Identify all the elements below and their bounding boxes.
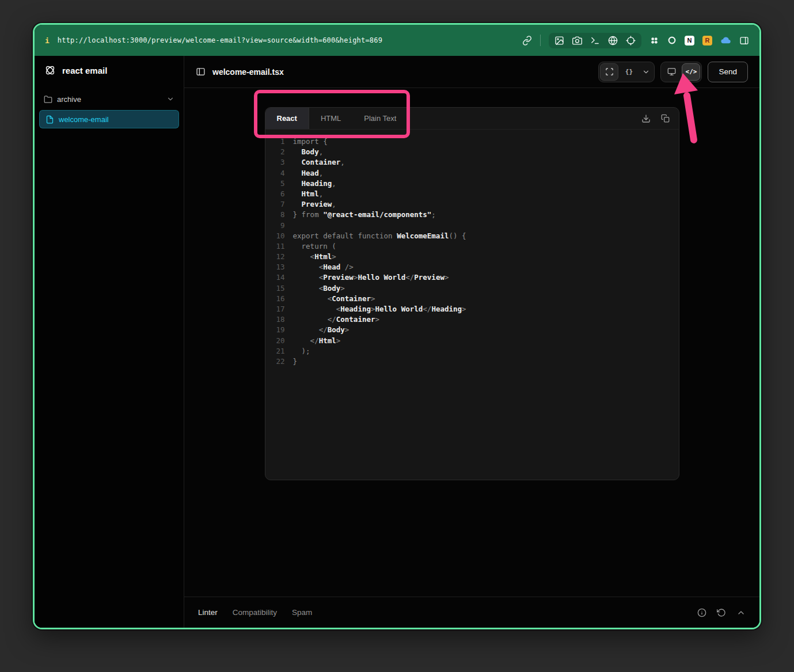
- info-icon[interactable]: [697, 608, 706, 617]
- code-line: 19 </Body>: [265, 325, 679, 335]
- tab-html[interactable]: HTML: [309, 108, 352, 129]
- crosshair-icon[interactable]: [626, 36, 636, 45]
- file-icon: [45, 115, 54, 124]
- code-line: 18 </Container>: [265, 314, 679, 325]
- main-header: welcome-email.tsx {}: [184, 56, 759, 88]
- footer-tab-compatibility[interactable]: Compatibility: [233, 608, 277, 617]
- code-line: 2 Body,: [265, 147, 679, 157]
- line-number: 13: [265, 262, 285, 272]
- panel-right-icon[interactable]: [739, 36, 749, 45]
- line-number: 7: [265, 199, 285, 210]
- code-line: 15 <Body>: [265, 283, 679, 294]
- code-line: 10export default function WelcomeEmail()…: [265, 231, 679, 241]
- url-text[interactable]: http://localhost:3000/preview/welcome-em…: [58, 36, 382, 44]
- desktop: i http://localhost:3000/preview/welcome-…: [0, 0, 794, 672]
- sidebar-nav: archive welcome-email: [35, 85, 184, 128]
- code-line: 14 <Preview>Hello World</Preview>: [265, 272, 679, 283]
- toolbar-divider: [540, 35, 541, 46]
- footer-tab-linter[interactable]: Linter: [198, 608, 218, 617]
- preview-mode-group: </>: [660, 62, 702, 82]
- code-icon: </>: [686, 68, 697, 75]
- code-line: 22}: [265, 356, 679, 367]
- view-options-group: {}: [598, 62, 655, 82]
- line-number: 16: [265, 294, 285, 304]
- line-number: 1: [265, 136, 285, 147]
- sidebar-item-welcome-email[interactable]: welcome-email: [39, 110, 179, 128]
- line-number: 14: [265, 272, 285, 283]
- sidebar-item-label: welcome-email: [59, 115, 109, 124]
- header-controls: {} </>: [598, 62, 748, 82]
- browser-toolbar-icons: N R: [522, 33, 749, 48]
- globe-icon[interactable]: [608, 36, 618, 45]
- code-line: 21 );: [265, 346, 679, 356]
- chevron-up-icon[interactable]: [736, 608, 746, 617]
- tab-plain-text[interactable]: Plain Text: [352, 108, 408, 129]
- image-icon[interactable]: [554, 36, 564, 45]
- cloud-icon[interactable]: [720, 35, 731, 46]
- folder-icon: [44, 95, 52, 104]
- code-line: 20 </Html>: [265, 336, 679, 346]
- line-number: 5: [265, 179, 285, 189]
- main-area: welcome-email.tsx {}: [184, 56, 759, 628]
- source-viewer-panel: React HTML Plain Text: [265, 107, 679, 480]
- code-line: 16 <Container>: [265, 294, 679, 304]
- line-number: 21: [265, 346, 285, 356]
- notion-extension-icon[interactable]: N: [685, 36, 694, 45]
- download-icon[interactable]: [641, 114, 651, 123]
- line-number: 2: [265, 147, 285, 157]
- sidebar-toggle-icon[interactable]: [196, 67, 206, 77]
- braces-button[interactable]: {}: [620, 63, 638, 81]
- line-number: 8: [265, 210, 285, 220]
- source-code-button[interactable]: </>: [682, 63, 700, 81]
- terminal-icon[interactable]: [590, 36, 600, 45]
- camera-icon[interactable]: [572, 36, 582, 45]
- send-button[interactable]: Send: [708, 62, 748, 82]
- code-line: 8} from "@react-email/components";: [265, 210, 679, 220]
- sidebar: react email archive: [35, 56, 184, 628]
- chevron-down-icon[interactable]: [166, 95, 174, 103]
- line-number: 10: [265, 231, 285, 241]
- code-line: 12 <Html>: [265, 252, 679, 262]
- tab-react[interactable]: React: [265, 108, 309, 129]
- line-number: 22: [265, 356, 285, 367]
- sidebar-folder-archive[interactable]: archive: [39, 90, 179, 108]
- line-number: 18: [265, 314, 285, 325]
- ring-extension-icon[interactable]: [667, 36, 677, 45]
- line-number: 17: [265, 304, 285, 314]
- code-line: 9: [265, 221, 679, 231]
- line-number: 20: [265, 336, 285, 346]
- line-number: 12: [265, 252, 285, 262]
- r-extension-icon[interactable]: R: [702, 36, 712, 45]
- line-number: 9: [265, 221, 285, 231]
- footer-icons: [697, 608, 746, 617]
- brand: react email: [35, 56, 184, 85]
- clover-icon[interactable]: [649, 36, 659, 45]
- link-icon[interactable]: [522, 36, 532, 45]
- page-title: welcome-email.tsx: [212, 67, 284, 77]
- line-number: 4: [265, 168, 285, 179]
- code-line: 11 return (: [265, 241, 679, 252]
- desktop-preview-button[interactable]: [662, 63, 681, 81]
- content: React HTML Plain Text: [184, 88, 759, 597]
- browser-tools-group: [549, 33, 641, 48]
- footer-tab-spam[interactable]: Spam: [292, 608, 312, 617]
- code-line: 6 Html,: [265, 189, 679, 199]
- line-number: 11: [265, 241, 285, 252]
- line-number: 6: [265, 189, 285, 199]
- line-number: 15: [265, 283, 285, 294]
- brand-label: react email: [62, 66, 107, 75]
- viewport-size-button[interactable]: [600, 63, 618, 81]
- code-line: 3 Container,: [265, 157, 679, 168]
- line-number: 3: [265, 157, 285, 168]
- line-number: 19: [265, 325, 285, 335]
- code-lines: 1import {2 Body,3 Container,4 Head,5 Hea…: [265, 130, 679, 480]
- copy-icon[interactable]: [661, 114, 670, 123]
- info-glyph: i: [45, 36, 50, 45]
- browser-toolbar: i http://localhost:3000/preview/welcome-…: [35, 25, 759, 56]
- code-line: 1import {: [265, 136, 679, 147]
- react-email-logo-icon: [44, 64, 56, 77]
- code-line: 17 <Heading>Hello World</Heading>: [265, 304, 679, 314]
- braces-icon: {}: [625, 68, 633, 75]
- reset-icon[interactable]: [717, 608, 726, 617]
- view-options-chevron[interactable]: [639, 63, 653, 81]
